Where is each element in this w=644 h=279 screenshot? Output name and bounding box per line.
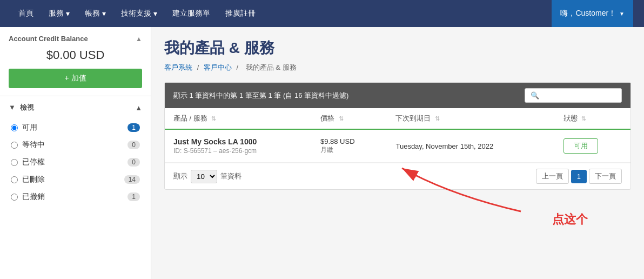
cell-product: Just My Socks LA 1000 ID: S-565571 – aes… xyxy=(165,129,312,163)
filter-icon: ▼ xyxy=(9,103,16,111)
sort-icon: ⇅ xyxy=(581,115,586,122)
table-header-row: 產品 / 服務 ⇅ 價格 ⇅ 下次到期日 ⇅ 狀態 ⇅ xyxy=(165,108,630,129)
col-next-due: 下次到期日 ⇅ xyxy=(387,108,554,129)
col-status: 狀態 ⇅ xyxy=(555,108,630,129)
filter-label: 已刪除 xyxy=(22,175,45,184)
credit-balance-section: Account Credit Balance ▲ $0.00 USD + 加值 xyxy=(0,27,151,96)
search-icon: 🔍 xyxy=(531,91,539,99)
navbar: 首頁 服務 ▾ 帳務 ▾ 技術支援 ▾ 建立服務單 推廣註冊 嗨，Custome… xyxy=(0,0,644,27)
filter-badge: 0 xyxy=(128,158,140,167)
filter-item-4[interactable]: 已撤銷 1 xyxy=(9,188,142,205)
user-menu-button[interactable]: 嗨，Customer！ ▼ xyxy=(552,0,633,27)
cell-price: $9.88 USD 月繳 xyxy=(312,129,387,163)
chevron-up-icon: ▲ xyxy=(135,104,142,112)
filter-label: 等待中 xyxy=(22,140,45,150)
product-id: ID: S-565571 – aes-256-gcm xyxy=(173,147,303,155)
sort-icon: ⇅ xyxy=(339,115,344,122)
cell-status: 可用 xyxy=(555,129,630,163)
breadcrumb-current: 我的產品 & 服務 xyxy=(246,63,297,71)
credit-amount: $0.00 USD xyxy=(9,43,142,64)
filter-section: ▼ 檢視 ▲ 可用 1 等待中 0 已停權 0 已刪除 14 已撤銷 1 xyxy=(0,96,151,212)
filter-item-2[interactable]: 已停權 0 xyxy=(9,154,142,171)
product-name: Just My Socks LA 1000 xyxy=(173,137,303,146)
table-footer: 顯示 10 25 50 筆資料 上一頁 1 下一頁 xyxy=(165,163,630,189)
filter-label: 可用 xyxy=(22,123,37,132)
breadcrumb: 客戶系統 / 客戶中心 / 我的產品 & 服務 xyxy=(164,63,631,72)
page-1-button[interactable]: 1 xyxy=(571,170,587,183)
price-main: $9.88 USD xyxy=(320,137,379,145)
sidebar: Account Credit Balance ▲ $0.00 USD + 加值 … xyxy=(0,27,151,279)
filter-badge: 1 xyxy=(128,123,140,132)
page-title: 我的產品 & 服務 xyxy=(164,38,631,58)
prev-page-button[interactable]: 上一頁 xyxy=(536,169,569,184)
add-credit-button[interactable]: + 加值 xyxy=(9,69,142,88)
col-product: 產品 / 服務 ⇅ xyxy=(165,108,312,129)
nav-create-ticket[interactable]: 建立服務單 xyxy=(165,1,218,26)
filter-item-0[interactable]: 可用 1 xyxy=(9,119,142,136)
nav-billing[interactable]: 帳務 ▾ xyxy=(77,1,113,26)
per-page-suffix: 筆資料 xyxy=(220,171,242,181)
chevron-down-icon: ▾ xyxy=(66,9,70,18)
breadcrumb-link-center[interactable]: 客戶中心 xyxy=(204,63,232,71)
nav-home[interactable]: 首頁 xyxy=(11,1,41,26)
search-box: 🔍 xyxy=(525,88,622,103)
toolbar-info: 顯示 1 筆資料中的第 1 筆至第 1 筆 (自 16 筆資料中過濾) xyxy=(173,91,348,101)
chevron-up-icon: ▲ xyxy=(136,35,142,43)
main-content: 我的產品 & 服務 客戶系統 / 客戶中心 / 我的產品 & 服務 顯示 1 筆… xyxy=(151,27,644,279)
per-page-label: 顯示 xyxy=(173,171,187,181)
chevron-down-icon: ▾ xyxy=(102,9,106,18)
products-table: 產品 / 服務 ⇅ 價格 ⇅ 下次到期日 ⇅ 狀態 ⇅ Just My Sock… xyxy=(165,108,630,163)
annotation-area: 点这个 xyxy=(164,195,631,238)
filter-title: 檢視 xyxy=(20,103,34,111)
per-page-selector: 顯示 10 25 50 筆資料 xyxy=(173,170,242,183)
breadcrumb-link-system[interactable]: 客戶系統 xyxy=(164,63,192,71)
col-price: 價格 ⇅ xyxy=(312,108,387,129)
nav-support[interactable]: 技術支援 ▾ xyxy=(113,1,165,26)
table-toolbar: 顯示 1 筆資料中的第 1 筆至第 1 筆 (自 16 筆資料中過濾) 🔍 xyxy=(165,83,630,108)
status-badge: 可用 xyxy=(564,138,598,154)
next-page-button[interactable]: 下一頁 xyxy=(589,169,622,184)
products-table-wrapper: 顯示 1 筆資料中的第 1 筆至第 1 筆 (自 16 筆資料中過濾) 🔍 產品… xyxy=(164,82,631,190)
sort-icon: ⇅ xyxy=(435,115,440,122)
cell-next-due: Tuesday, November 15th, 2022 xyxy=(387,129,554,163)
user-label: 嗨，Customer！ xyxy=(560,9,616,18)
per-page-select[interactable]: 10 25 50 xyxy=(191,170,217,183)
table-row: Just My Socks LA 1000 ID: S-565571 – aes… xyxy=(165,129,630,163)
filter-item-1[interactable]: 等待中 0 xyxy=(9,136,142,154)
filter-label: 已撤銷 xyxy=(22,192,45,202)
nav-affiliate[interactable]: 推廣註冊 xyxy=(218,1,263,26)
filter-badge: 14 xyxy=(124,175,140,184)
annotation-text: 点这个 xyxy=(552,211,588,228)
filter-label: 已停權 xyxy=(22,157,45,167)
pagination: 上一頁 1 下一頁 xyxy=(536,169,622,184)
sort-icon: ⇅ xyxy=(211,115,216,122)
search-input[interactable] xyxy=(542,91,616,99)
chevron-down-icon: ▾ xyxy=(153,9,157,18)
filter-badge: 1 xyxy=(128,192,140,201)
filter-item-3[interactable]: 已刪除 14 xyxy=(9,171,142,188)
filter-badge: 0 xyxy=(128,141,140,149)
nav-services[interactable]: 服務 ▾ xyxy=(41,1,77,26)
chevron-down-icon: ▼ xyxy=(619,11,625,17)
price-cycle: 月繳 xyxy=(320,145,379,155)
credit-balance-title: Account Credit Balance xyxy=(9,35,88,43)
